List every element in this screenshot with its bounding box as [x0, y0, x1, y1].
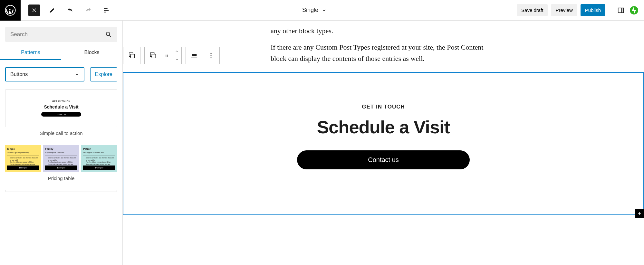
pattern-preview-cta[interactable]: GET IN TOUCH Schedule a Visit Contact us: [5, 89, 117, 127]
plus-icon: +: [638, 210, 641, 217]
editor-topbar: Single Save draft Preview Publish: [0, 0, 644, 21]
tier-feature: Four free tickets per special exhibition: [48, 161, 77, 164]
pattern-cta-title: Schedule a Visit: [44, 104, 78, 109]
search-icon: [105, 31, 112, 38]
block-inserter-panel: Patterns Blocks Buttons Explore GET IN T…: [0, 21, 123, 265]
svg-rect-14: [192, 54, 197, 56]
tab-patterns[interactable]: Patterns: [0, 45, 61, 60]
inserter-tabs: Patterns Blocks: [0, 45, 122, 60]
list-view-icon: [103, 7, 110, 14]
cta-heading[interactable]: Schedule a Visit: [123, 117, 643, 137]
pattern-preview-pricing[interactable]: Single Enrich our growing community. Gen…: [5, 145, 117, 172]
pattern-cta-kicker: GET IN TOUCH: [52, 100, 70, 102]
cta-button[interactable]: Contact us: [297, 150, 470, 169]
svg-point-17: [211, 57, 212, 58]
undo-icon: [67, 7, 74, 14]
pencil-icon: [49, 7, 56, 14]
tier-feature: General admission and member discounts f…: [48, 157, 77, 161]
paragraph-block[interactable]: any other block types.: [271, 25, 496, 36]
tier-title: Patron: [83, 147, 115, 150]
preview-button[interactable]: Preview: [551, 4, 577, 16]
block-more-options[interactable]: [203, 47, 219, 64]
tier-feature: General admission and member discounts f…: [10, 157, 39, 161]
redo-button: [82, 5, 94, 16]
tab-blocks[interactable]: Blocks: [61, 45, 122, 60]
group-icon: [128, 52, 135, 59]
tier-subtitle: Enrich our growing community.: [7, 152, 39, 154]
more-vertical-icon: [208, 52, 214, 59]
tier-feature: Two single-use guest passes per year: [10, 164, 39, 166]
move-down-button[interactable]: [172, 55, 181, 64]
category-selected-label: Buttons: [10, 71, 28, 77]
template-name-label: Single: [302, 7, 318, 14]
add-block-button[interactable]: +: [635, 209, 644, 218]
svg-point-9: [168, 54, 168, 54]
tier-title: Family: [45, 147, 77, 150]
svg-rect-7: [152, 54, 156, 58]
pricing-tier-family: Family Support special exhibitions. Gene…: [43, 145, 79, 172]
template-selector[interactable]: Single: [112, 7, 517, 14]
tier-feature: Five free tickets per special exhibition: [86, 161, 115, 164]
alignment-button[interactable]: [186, 47, 203, 64]
pattern-cta-button: Contact us: [41, 112, 82, 117]
block-type-button[interactable]: [145, 47, 161, 64]
group-icon: [149, 52, 157, 59]
pattern-name-label: Simple call to action: [5, 130, 117, 136]
explore-patterns-button[interactable]: Explore: [90, 67, 117, 81]
svg-point-11: [168, 55, 168, 56]
inserter-search[interactable]: [5, 27, 117, 42]
tier-feature: Four single-use guest passes per year: [48, 164, 77, 166]
document-overview-button[interactable]: [101, 5, 112, 16]
move-up-button[interactable]: [172, 47, 181, 55]
chevron-down-icon: [75, 72, 79, 77]
editor-canvas[interactable]: any other block types. If there are any …: [123, 21, 644, 265]
cta-kicker[interactable]: GET IN TOUCH: [123, 104, 643, 110]
undo-button[interactable]: [64, 5, 76, 16]
close-inserter-button[interactable]: [28, 5, 40, 16]
edit-tool-button[interactable]: [46, 5, 58, 16]
svg-point-8: [166, 54, 166, 54]
wordpress-logo-button[interactable]: [0, 0, 21, 21]
tier-feature: General admission and member discounts f…: [86, 157, 115, 161]
pattern-category-select[interactable]: Buttons: [5, 67, 84, 81]
chevron-down-icon: [175, 58, 179, 62]
sidebar-icon: [617, 7, 624, 14]
svg-point-16: [211, 55, 212, 56]
svg-point-10: [166, 55, 166, 56]
svg-point-13: [168, 56, 168, 57]
svg-point-3: [106, 32, 110, 36]
drag-icon: [164, 53, 169, 58]
tier-price: $110 / year: [7, 166, 39, 170]
paragraph-block[interactable]: If there are any Custom Post Types regis…: [271, 42, 496, 64]
select-parent-button[interactable]: [123, 47, 140, 64]
selected-group-block[interactable]: GET IN TOUCH Schedule a Visit Contact us: [123, 72, 644, 215]
pricing-tier-patron: Patron Take support to the next level. G…: [81, 145, 117, 172]
pattern-preview-next[interactable]: [5, 190, 117, 192]
settings-sidebar-toggle[interactable]: [615, 5, 627, 16]
publish-button[interactable]: Publish: [581, 4, 605, 16]
close-icon: [31, 7, 37, 13]
tier-feature: One free ticket per special exhibition: [10, 161, 39, 164]
redo-icon: [85, 7, 92, 14]
chevron-up-icon: [175, 49, 179, 53]
svg-rect-2: [621, 8, 623, 13]
tier-title: Single: [7, 147, 39, 150]
svg-point-15: [211, 53, 212, 54]
drag-handle[interactable]: [161, 47, 172, 64]
topbar-actions: Save draft Preview Publish: [517, 4, 644, 16]
tier-subtitle: Support special exhibitions.: [45, 152, 77, 154]
block-toolbar: [123, 47, 220, 64]
tier-feature: Six single-use guest passes per year: [86, 164, 115, 166]
align-full-icon: [191, 52, 198, 59]
jetpack-icon[interactable]: [630, 6, 638, 14]
svg-rect-5: [130, 54, 134, 58]
save-draft-button[interactable]: Save draft: [517, 4, 548, 16]
search-input[interactable]: [10, 31, 105, 38]
tier-price: $400 / year: [83, 166, 115, 170]
pattern-name-label: Pricing table: [5, 175, 117, 181]
tier-subtitle: Take support to the next level.: [83, 152, 115, 154]
chevron-down-icon: [322, 8, 327, 13]
tier-price: $200 / year: [45, 166, 77, 170]
svg-point-12: [166, 56, 166, 57]
pricing-tier-single: Single Enrich our growing community. Gen…: [5, 145, 41, 172]
